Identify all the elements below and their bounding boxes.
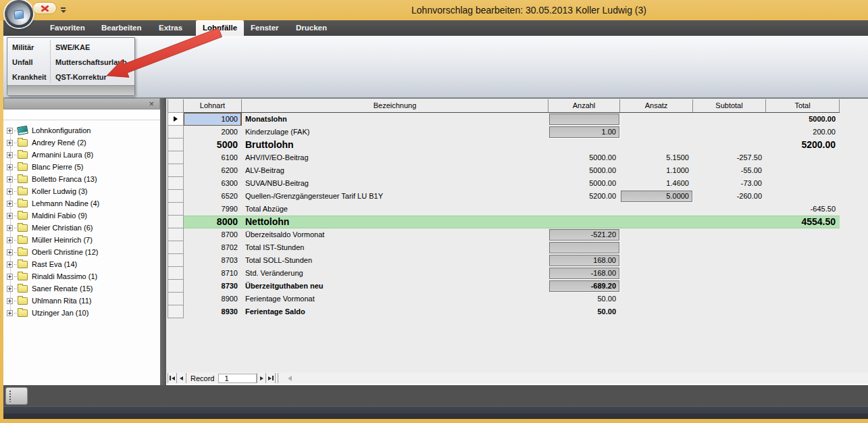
row-selector[interactable] [168, 125, 184, 139]
next-record-button[interactable] [257, 373, 266, 383]
cell-lohnart[interactable]: 1000 [184, 113, 242, 126]
expand-plus-icon[interactable] [7, 201, 13, 207]
row-selector[interactable] [168, 228, 184, 241]
tree-item-bolletto-franca-13[interactable]: Bolletto Franca (13) [3, 173, 160, 185]
grid-row-5000[interactable]: 5000Bruttolohn5200.00 [166, 139, 842, 151]
grid-row-8730[interactable]: 8730Überzeitguthaben neu-689.20 [166, 280, 842, 293]
expand-plus-icon[interactable] [7, 225, 13, 231]
grid-row-8930[interactable]: 8930Ferientage Saldo50.00 [166, 305, 842, 318]
expand-plus-icon[interactable] [7, 140, 13, 146]
row-selector[interactable] [168, 279, 184, 293]
row-selector-current[interactable] [168, 112, 184, 126]
anzahl-input-box[interactable]: -168.00 [549, 268, 619, 279]
row-selector[interactable] [168, 266, 184, 280]
column-header-anzahl[interactable]: Anzahl [548, 99, 620, 112]
menu-entry-swe-kae[interactable]: SWE/KAE [55, 40, 133, 55]
tree-filter-input[interactable] [3, 109, 160, 120]
tree-item-rinaldi-massimo-1[interactable]: Rinaldi Massimo (1) [3, 270, 160, 282]
tree-item-uhlmann-rita-11[interactable]: Uhlmann Rita (11) [3, 295, 160, 307]
expand-plus-icon[interactable] [7, 298, 13, 304]
menu-entry-mutterschaftsurlaub[interactable]: Mutterschaftsurlaub [55, 55, 133, 70]
quick-access-dropdown-button[interactable] [61, 7, 66, 13]
bottom-left-tab[interactable] [5, 387, 28, 405]
grid-row-8703[interactable]: 8703Total SOLL-Stunden168.00 [166, 254, 842, 267]
menu-item-bearbeiten[interactable]: Bearbeiten [95, 20, 148, 36]
expand-plus-icon[interactable] [7, 128, 13, 134]
tree-item-rast-eva-14[interactable]: Rast Eva (14) [3, 258, 160, 270]
tree-item-lohnkonfiguration[interactable]: Lohnkonfiguration [3, 124, 160, 136]
tree-item-andrey-ren-2[interactable]: Andrey René (2) [3, 136, 160, 149]
expand-plus-icon[interactable] [7, 164, 13, 170]
expand-plus-icon[interactable] [7, 274, 13, 280]
menu-entry-qst-korrektur[interactable]: QST-Korrektur [55, 70, 133, 84]
column-header-bezeichnung[interactable]: Bezeichnung [242, 99, 548, 112]
expand-plus-icon[interactable] [7, 152, 13, 158]
menu-item-favoriten[interactable]: Favoriten [43, 20, 92, 36]
grid-row-6300[interactable]: 6300SUVA/NBU-Beitrag5000.001.4600-73.00 [166, 177, 842, 190]
tree-item-armanini-laura-8[interactable]: Armanini Laura (8) [3, 149, 160, 161]
app-icon[interactable] [5, 0, 33, 28]
expand-plus-icon[interactable] [7, 249, 13, 255]
row-selector[interactable] [168, 138, 184, 151]
grid-row-8900[interactable]: 8900Ferientage Vormonat50.00 [166, 293, 842, 305]
grid-row-6200[interactable]: 6200ALV-Beitrag5000.001.1000-55.00 [166, 164, 842, 177]
previous-record-button[interactable] [177, 373, 186, 383]
column-header-ansatz[interactable]: Ansatz [620, 99, 693, 112]
row-selector[interactable] [168, 305, 184, 318]
expand-plus-icon[interactable] [7, 237, 13, 243]
tree-item-blanc-pierre-5[interactable]: Blanc Pierre (5) [3, 161, 160, 173]
expand-plus-icon[interactable] [7, 189, 13, 195]
menu-item-fenster[interactable]: Fenster [244, 20, 286, 36]
expand-plus-icon[interactable] [7, 213, 13, 219]
anzahl-input-box[interactable] [549, 114, 619, 125]
menu-entry-milit-r[interactable]: Militär [12, 40, 49, 55]
tree-item-maldini-fabio-9[interactable]: Maldini Fabio (9) [3, 209, 160, 222]
row-selector[interactable] [168, 176, 184, 190]
grid-row-8000[interactable]: 8000Nettolohn4554.50 [166, 216, 842, 228]
tree-item-meier-christian-6[interactable]: Meier Christian (6) [3, 222, 160, 234]
column-header-total[interactable]: Total [766, 99, 840, 112]
row-selector[interactable] [168, 164, 184, 177]
tree-item-saner-renate-15[interactable]: Saner Renate (15) [3, 282, 160, 295]
tree-item-koller-ludwig-3[interactable]: Koller Ludwig (3) [3, 185, 160, 197]
first-record-button[interactable] [168, 373, 177, 383]
record-number-input[interactable]: 1 [218, 374, 257, 383]
ansatz-input-box[interactable]: 5.0000 [621, 191, 692, 202]
grid-row-1000[interactable]: 1000Monatslohn5000.00 [166, 113, 842, 126]
grid-row-2000[interactable]: 2000Kinderzulage (FAK)1.00200.00 [166, 126, 842, 139]
row-selector[interactable] [168, 241, 184, 254]
close-panel-icon[interactable]: × [149, 99, 154, 109]
expand-plus-icon[interactable] [7, 176, 13, 182]
column-header-lohnart[interactable]: Lohnart [184, 99, 242, 112]
tree-item-m-ller-heinrich-7[interactable]: Müller Heinrich (7) [3, 234, 160, 246]
menu-item-drucken[interactable]: Drucken [289, 20, 334, 36]
expand-plus-icon[interactable] [7, 286, 13, 292]
grid-row-6100[interactable]: 6100AHV/IV/EO-Beitrag5000.005.1500-257.5… [166, 151, 842, 164]
grid-row-8702[interactable]: 8702Total IST-Stunden [166, 241, 842, 254]
menu-entry-unfall[interactable]: Unfall [12, 55, 49, 70]
row-selector[interactable] [168, 151, 184, 164]
row-selector[interactable] [168, 202, 184, 216]
tree-item-utzinger-jan-10[interactable]: Utzinger Jan (10) [3, 307, 160, 319]
expand-plus-icon[interactable] [7, 310, 13, 316]
row-selector[interactable] [168, 253, 184, 267]
expand-plus-icon[interactable] [7, 262, 13, 268]
anzahl-input-box[interactable]: -689.20 [549, 280, 619, 292]
menu-entry-krankheit[interactable]: Krankheit [12, 70, 49, 84]
menu-item-lohnf-lle[interactable]: Lohnfälle [196, 20, 244, 36]
row-selector[interactable] [168, 215, 184, 228]
grid-row-7990[interactable]: 7990Total Abzüge-645.50 [166, 203, 842, 216]
tree-item-oberli-christine-12[interactable]: Oberli Christine (12) [3, 246, 160, 258]
anzahl-input-box[interactable] [549, 242, 619, 253]
last-record-button[interactable] [266, 373, 276, 383]
grid-row-6520[interactable]: 6520Quellen-/Grenzgängersteuer Tarif LU … [166, 190, 842, 203]
anzahl-input-box[interactable]: 168.00 [549, 255, 619, 266]
anzahl-input-box[interactable]: 1.00 [549, 126, 619, 138]
column-header-subtotal[interactable]: Subtotal [693, 99, 766, 112]
tree-item-lehmann-nadine-4[interactable]: Lehmann Nadine (4) [3, 197, 160, 209]
grid-row-8710[interactable]: 8710Std. Veränderung-168.00 [166, 267, 842, 280]
panel-splitter[interactable] [160, 98, 166, 385]
grid-row-8700[interactable]: 8700Überzeitsaldo Vormonat-521.20 [166, 228, 842, 241]
row-selector[interactable] [168, 189, 184, 203]
close-button[interactable] [32, 2, 57, 14]
